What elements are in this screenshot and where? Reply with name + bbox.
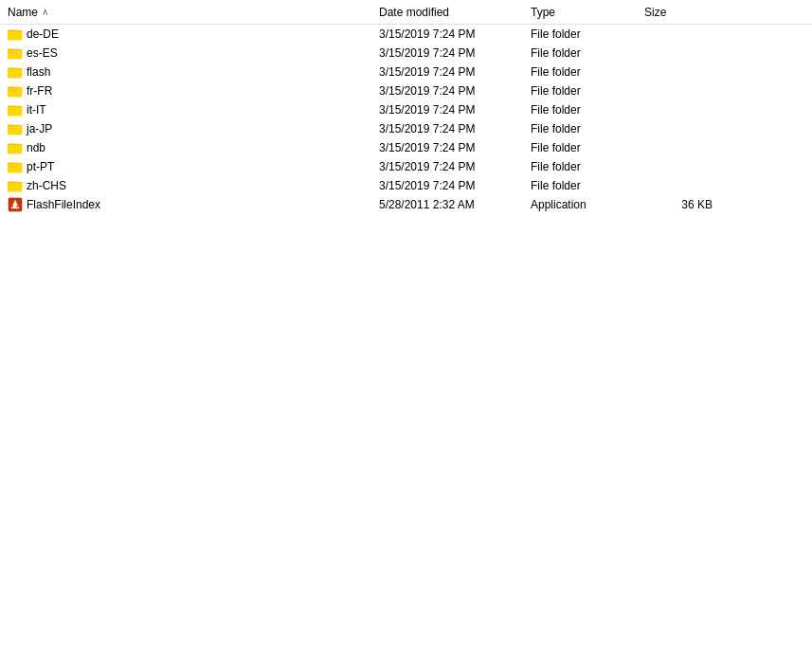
folder-icon bbox=[8, 140, 23, 155]
column-size-label: Size bbox=[644, 6, 666, 19]
file-name-cell: ndb bbox=[0, 140, 379, 155]
column-type-header[interactable]: Type bbox=[531, 6, 644, 19]
file-name: zh-CHS bbox=[27, 179, 66, 192]
folder-icon bbox=[8, 102, 23, 117]
file-type: File folder bbox=[531, 84, 644, 98]
file-date: 3/15/2019 7:24 PM bbox=[379, 179, 531, 192]
file-date: 3/15/2019 7:24 PM bbox=[379, 122, 531, 135]
file-name-cell: es-ES bbox=[0, 45, 379, 61]
column-date-header[interactable]: Date modified bbox=[379, 6, 531, 19]
file-type: File folder bbox=[531, 160, 644, 173]
file-name-cell: fr-FR bbox=[0, 83, 379, 99]
svg-rect-15 bbox=[8, 88, 13, 90]
file-name: FlashFileIndex bbox=[27, 198, 100, 211]
file-name-cell: pt-PT bbox=[0, 159, 379, 174]
file-type: File folder bbox=[531, 65, 644, 79]
folder-icon bbox=[8, 159, 23, 174]
file-name-cell: zh-CHS bbox=[0, 178, 379, 193]
folder-icon bbox=[8, 27, 23, 42]
file-name: ja-JP bbox=[27, 122, 52, 135]
file-type: File folder bbox=[531, 103, 644, 117]
folder-icon bbox=[8, 178, 23, 193]
file-type: File folder bbox=[531, 27, 644, 41]
file-size: 36 KB bbox=[644, 198, 720, 211]
table-row[interactable]: ▶ FlashFileIndex 5/28/2011 2:32 AM Appli… bbox=[0, 195, 812, 214]
file-date: 3/15/2019 7:24 PM bbox=[379, 103, 531, 117]
column-type-label: Type bbox=[531, 6, 555, 19]
application-icon: ▶ bbox=[8, 197, 23, 212]
svg-rect-27 bbox=[8, 145, 13, 147]
table-row[interactable]: it-IT 3/15/2019 7:24 PM File folder bbox=[0, 100, 812, 119]
table-row[interactable]: es-ES 3/15/2019 7:24 PM File folder bbox=[0, 44, 812, 63]
table-row[interactable]: zh-CHS 3/15/2019 7:24 PM File folder bbox=[0, 176, 812, 195]
column-date-label: Date modified bbox=[379, 6, 449, 19]
file-name: de-DE bbox=[27, 27, 59, 41]
folder-icon bbox=[8, 45, 23, 61]
file-name-cell: ▶ FlashFileIndex bbox=[0, 197, 379, 212]
file-name: ndb bbox=[27, 141, 45, 154]
file-name: pt-PT bbox=[27, 160, 54, 173]
file-date: 3/15/2019 7:24 PM bbox=[379, 141, 531, 154]
file-date: 3/15/2019 7:24 PM bbox=[379, 46, 531, 60]
column-headers: Name ∧ Date modified Type Size bbox=[0, 0, 812, 25]
file-name: it-IT bbox=[27, 103, 46, 117]
folder-icon bbox=[8, 64, 23, 80]
svg-rect-35 bbox=[8, 183, 13, 185]
file-date: 3/15/2019 7:24 PM bbox=[379, 160, 531, 173]
file-name: es-ES bbox=[27, 46, 58, 60]
file-date: 5/28/2011 2:32 AM bbox=[379, 198, 531, 211]
column-size-header[interactable]: Size bbox=[644, 6, 720, 19]
file-date: 3/15/2019 7:24 PM bbox=[379, 27, 531, 41]
table-row[interactable]: ja-JP 3/15/2019 7:24 PM File folder bbox=[0, 119, 812, 138]
folder-icon bbox=[8, 121, 23, 136]
file-type: File folder bbox=[531, 46, 644, 60]
table-row[interactable]: fr-FR 3/15/2019 7:24 PM File folder bbox=[0, 81, 812, 100]
svg-rect-11 bbox=[8, 69, 13, 71]
file-type: File folder bbox=[531, 179, 644, 192]
table-row[interactable]: de-DE 3/15/2019 7:24 PM File folder bbox=[0, 25, 812, 44]
file-type: File folder bbox=[531, 141, 644, 154]
column-name-label: Name bbox=[8, 6, 38, 19]
file-date: 3/15/2019 7:24 PM bbox=[379, 65, 531, 79]
file-name: fr-FR bbox=[27, 84, 52, 98]
file-name-cell: it-IT bbox=[0, 102, 379, 117]
file-explorer: Name ∧ Date modified Type Size bbox=[0, 0, 812, 668]
folder-icon bbox=[8, 83, 23, 99]
svg-rect-19 bbox=[8, 107, 13, 109]
file-name-cell: flash bbox=[0, 64, 379, 80]
file-type: File folder bbox=[531, 122, 644, 135]
file-name-cell: de-DE bbox=[0, 27, 379, 42]
svg-rect-23 bbox=[8, 126, 13, 128]
svg-rect-3 bbox=[8, 31, 13, 33]
column-name-header[interactable]: Name ∧ bbox=[0, 6, 379, 19]
file-name-cell: ja-JP bbox=[0, 121, 379, 136]
svg-rect-7 bbox=[8, 50, 13, 52]
file-list: de-DE 3/15/2019 7:24 PM File folder es-E… bbox=[0, 25, 812, 214]
file-date: 3/15/2019 7:24 PM bbox=[379, 84, 531, 98]
file-name: flash bbox=[27, 65, 50, 79]
table-row[interactable]: pt-PT 3/15/2019 7:24 PM File folder bbox=[0, 157, 812, 176]
sort-arrow-icon: ∧ bbox=[42, 7, 48, 17]
table-row[interactable]: flash 3/15/2019 7:24 PM File folder bbox=[0, 63, 812, 81]
table-row[interactable]: ndb 3/15/2019 7:24 PM File folder bbox=[0, 138, 812, 157]
svg-rect-31 bbox=[8, 164, 13, 166]
file-type: Application bbox=[531, 198, 644, 211]
